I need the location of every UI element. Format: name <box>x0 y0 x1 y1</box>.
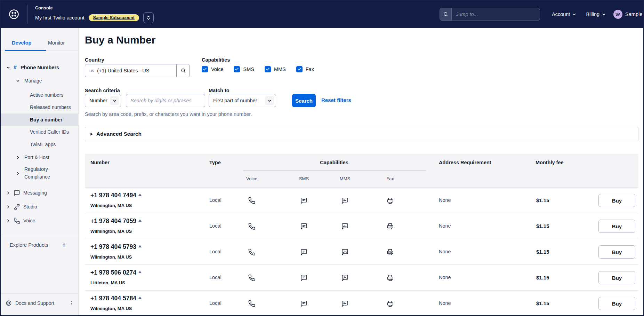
explore-products-button[interactable]: Explore Products + <box>1 239 78 251</box>
number-type: Local <box>209 249 222 254</box>
fax-capability-icon <box>387 248 394 257</box>
chevron-down-icon <box>110 96 119 105</box>
country-search-button[interactable] <box>176 64 190 77</box>
search-criteria-select[interactable]: Number <box>85 94 121 107</box>
sidebar-divider <box>1 234 78 234</box>
account-switcher-button[interactable] <box>143 12 154 23</box>
buy-button[interactable]: Buy <box>598 220 635 233</box>
kebab-menu-icon[interactable] <box>69 300 75 306</box>
subaccount-badge[interactable]: Sample Subaccount <box>89 14 139 21</box>
account-name-link[interactable]: My first Twilio account <box>35 15 84 21</box>
address-requirement: None <box>439 197 451 203</box>
docs-and-support[interactable]: Docs and Support <box>1 298 78 308</box>
chevron-right-icon <box>6 219 10 223</box>
buy-button[interactable]: Buy <box>598 297 635 310</box>
voice-capability-icon <box>248 248 256 257</box>
tab-monitor[interactable]: Monitor <box>48 40 65 46</box>
phone-number-link[interactable]: +1 978 404 7494 <box>90 192 136 199</box>
address-requirement: None <box>439 223 451 229</box>
country-flag-code: us <box>89 68 94 73</box>
billing-menu[interactable]: Billing <box>586 11 606 17</box>
search-button[interactable]: Search <box>292 94 316 107</box>
studio-flow-icon <box>14 204 20 210</box>
table-row: +1 978 404 5793 Wilmington, MA US Local … <box>85 239 638 265</box>
sidebar-item-manage[interactable]: Manage <box>1 74 78 87</box>
sidebar-item-released-numbers[interactable]: Released numbers <box>1 101 78 113</box>
table-row: +1 978 506 0274 Littleton, MA US Local N… <box>85 265 638 291</box>
capabilities-filter: Voice SMS MMS Fax <box>202 66 324 72</box>
reset-filters-link[interactable]: Reset filters <box>321 97 351 103</box>
triangle-up-icon <box>138 193 142 196</box>
voice-capability-icon <box>248 223 256 231</box>
col-address-requirement: Address Requirement <box>439 160 491 165</box>
sidebar-item-messaging[interactable]: Messaging <box>1 187 78 199</box>
number-type: Local <box>209 197 222 203</box>
twilio-logo-icon[interactable] <box>8 9 19 20</box>
chat-bubble-icon <box>14 190 20 196</box>
life-ring-icon <box>6 300 12 306</box>
fax-capability-icon <box>387 223 394 231</box>
sidebar-item-phone-numbers[interactable]: # Phone Numbers <box>1 61 78 74</box>
address-requirement: None <box>439 275 451 280</box>
sidebar-item-regulatory-compliance[interactable]: Regulatory Compliance <box>1 164 78 182</box>
match-to-select[interactable]: First part of number <box>209 94 276 107</box>
avatar: SA <box>613 10 622 19</box>
chevron-down-icon <box>6 66 10 70</box>
chevron-down-icon <box>572 13 576 16</box>
mms-capability-icon <box>341 274 349 283</box>
account-menu[interactable]: Account <box>552 11 576 17</box>
chevron-down-icon <box>16 79 20 83</box>
phone-number-link[interactable]: +1 978 404 5784 <box>90 295 136 302</box>
col-capabilities: Capabilities <box>320 160 348 165</box>
voice-capability-icon <box>248 274 256 283</box>
sidebar-bottom-divider <box>1 293 78 294</box>
tab-develop[interactable]: Develop <box>12 40 31 46</box>
user-menu[interactable]: SA Sample <box>613 10 644 19</box>
monthly-fee: $1.15 <box>536 197 549 203</box>
phone-number-link[interactable]: +1 978 506 0274 <box>90 269 136 276</box>
sidebar-item-verified-caller-ids[interactable]: Verified Caller IDs <box>1 126 78 138</box>
sidebar-item-port-and-host[interactable]: Port & Host <box>1 151 78 164</box>
phone-number-link[interactable]: +1 978 404 7059 <box>90 218 136 224</box>
number-type: Local <box>209 300 222 306</box>
disclosure-triangle-icon <box>90 132 93 136</box>
sidebar-item-studio[interactable]: Studio <box>1 200 78 213</box>
buy-button[interactable]: Buy <box>598 271 635 284</box>
sms-capability-icon <box>300 274 308 283</box>
checkbox-voice[interactable]: Voice <box>202 66 223 72</box>
phone-handset-icon <box>14 218 20 224</box>
jump-to-input[interactable] <box>452 8 540 21</box>
search-criteria-label: Search criteria <box>85 88 120 93</box>
sidebar-item-buy-a-number[interactable]: Buy a number <box>1 113 78 126</box>
twilio-console-window: Console My first Twilio account Sample S… <box>0 0 644 316</box>
active-tab-underline <box>5 50 46 51</box>
monthly-fee: $1.15 <box>536 249 549 255</box>
triangle-up-icon <box>138 296 142 299</box>
checkbox-sms[interactable]: SMS <box>234 66 254 72</box>
buy-button[interactable]: Buy <box>598 194 635 207</box>
checkbox-mms[interactable]: MMS <box>265 66 286 72</box>
mms-capability-icon <box>341 223 349 231</box>
monthly-fee: $1.15 <box>536 300 549 306</box>
sidebar-item-twiml-apps[interactable]: TwiML apps <box>1 138 78 151</box>
sidebar-item-voice[interactable]: Voice <box>1 214 78 227</box>
phone-number-link[interactable]: +1 978 404 5793 <box>90 243 136 250</box>
checked-checkbox-icon <box>265 66 271 72</box>
sidebar-item-active-numbers[interactable]: Active numbers <box>1 89 78 101</box>
voice-capability-icon <box>248 197 256 206</box>
up-down-chevron-icon <box>146 15 151 21</box>
checked-checkbox-icon <box>234 66 240 72</box>
buy-button[interactable]: Buy <box>598 245 635 259</box>
checkbox-fax[interactable]: Fax <box>296 66 314 72</box>
number-location: Wilmington, MA US <box>90 254 142 260</box>
country-combobox[interactable]: us (+1) United States - US <box>85 64 190 77</box>
triangle-up-icon <box>138 219 142 222</box>
search-icon[interactable] <box>440 8 452 21</box>
mms-capability-icon <box>341 300 349 309</box>
subcol-voice: Voice <box>246 176 257 181</box>
digits-search-input[interactable] <box>126 94 205 107</box>
col-type: Type <box>209 160 221 165</box>
advanced-search-expander[interactable]: Advanced Search <box>85 127 638 141</box>
number-location: Littleton, MA US <box>90 280 142 285</box>
chevron-right-icon <box>16 156 20 159</box>
